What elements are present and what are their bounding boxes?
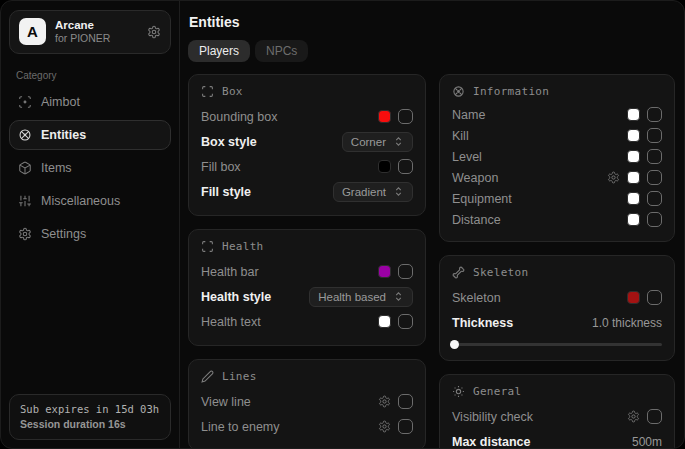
row-gear-icon[interactable] (607, 171, 620, 184)
row-label: View line (201, 395, 251, 409)
setting-row-weapon: Weapon (452, 167, 662, 188)
radar-icon (18, 128, 32, 142)
selector-icon (393, 291, 404, 302)
row-label: Fill style (201, 185, 251, 199)
card-title: General (473, 385, 521, 398)
dropdown-value: Health based (318, 291, 386, 303)
card-title: Health (222, 240, 264, 253)
checkbox[interactable] (647, 409, 662, 424)
skeleton-card: Skeleton Skeleton Thickness 1.0 thicknes… (439, 255, 675, 361)
checkbox[interactable] (398, 419, 413, 434)
color-swatch[interactable] (627, 150, 640, 163)
card-title: Skeleton (473, 266, 528, 279)
box-style-dropdown[interactable]: Corner (342, 132, 413, 152)
color-swatch[interactable] (627, 108, 640, 121)
row-label: Distance (452, 213, 501, 227)
checkbox[interactable] (398, 109, 413, 124)
setting-row-health-text: Health text (201, 309, 413, 334)
setting-row-distance: Distance (452, 209, 662, 230)
health-card: Health Health bar Health style Health ba… (188, 229, 426, 346)
lines-card: Lines View line Line to enemy (188, 359, 426, 449)
sidebar-item-entities[interactable]: Entities (9, 120, 171, 150)
app-subtitle: for PIONER (55, 32, 138, 45)
checkbox[interactable] (647, 170, 662, 185)
thickness-slider[interactable] (452, 339, 662, 349)
checkbox[interactable] (647, 290, 662, 305)
row-label: Equipment (452, 192, 512, 206)
setting-row-view-line: View line (201, 389, 413, 414)
gear-icon (18, 227, 32, 241)
row-label: Health style (201, 290, 271, 304)
slider-thumb[interactable] (450, 340, 459, 349)
fill-style-dropdown[interactable]: Gradient (333, 182, 413, 202)
checkbox[interactable] (398, 314, 413, 329)
setting-row-fill-style: Fill style Gradient (201, 179, 413, 204)
app-name: Arcane (55, 18, 138, 32)
row-label: Fill box (201, 160, 241, 174)
checkbox[interactable] (647, 149, 662, 164)
selector-icon (393, 136, 404, 147)
row-label: Thickness (452, 316, 513, 330)
health-style-dropdown[interactable]: Health based (309, 287, 413, 307)
setting-row-box-style: Box style Corner (201, 129, 413, 154)
checkbox[interactable] (647, 107, 662, 122)
color-swatch[interactable] (627, 192, 640, 205)
app-logo: A (19, 18, 46, 45)
sidebar-item-label: Miscellaneous (41, 194, 120, 208)
checkbox[interactable] (398, 159, 413, 174)
sidebar: A Arcane for PIONER Category Aimbot (1, 1, 180, 448)
sidebar-item-items[interactable]: Items (9, 153, 171, 183)
setting-row-skeleton: Skeleton (452, 285, 662, 310)
checkbox[interactable] (647, 191, 662, 206)
row-label: Visibility check (452, 410, 533, 424)
color-swatch[interactable] (627, 171, 640, 184)
app-window: A Arcane for PIONER Category Aimbot (0, 0, 685, 449)
checkbox[interactable] (647, 128, 662, 143)
subscription-card: Sub expires in 15d 03h Session duration … (9, 394, 171, 440)
sun-icon (452, 385, 465, 398)
row-label: Health text (201, 315, 261, 329)
setting-row-name: Name (452, 104, 662, 125)
sliders-icon (18, 194, 32, 208)
sidebar-item-aimbot[interactable]: Aimbot (9, 87, 171, 117)
setting-row-health-bar: Health bar (201, 259, 413, 284)
color-swatch[interactable] (378, 315, 391, 328)
tab-npcs[interactable]: NPCs (255, 40, 308, 62)
row-gear-icon[interactable] (378, 420, 391, 433)
color-swatch[interactable] (627, 213, 640, 226)
card-title: Information (473, 85, 549, 98)
row-label: Box style (201, 135, 257, 149)
setting-row-visibility-check: Visibility check (452, 404, 662, 429)
brand-gear-icon[interactable] (147, 25, 161, 39)
row-label: Level (452, 150, 482, 164)
package-icon (18, 161, 32, 175)
card-title: Box (222, 85, 243, 98)
color-swatch[interactable] (378, 110, 391, 123)
color-swatch[interactable] (627, 129, 640, 142)
tab-players[interactable]: Players (188, 40, 250, 62)
sidebar-item-label: Settings (41, 227, 86, 241)
row-label: Name (452, 108, 485, 122)
checkbox[interactable] (647, 212, 662, 227)
row-label: Health bar (201, 265, 259, 279)
row-gear-icon[interactable] (627, 410, 640, 423)
row-label: Kill (452, 129, 469, 143)
checkbox[interactable] (398, 394, 413, 409)
sidebar-item-settings[interactable]: Settings (9, 219, 171, 249)
color-swatch[interactable] (378, 265, 391, 278)
sub-expiry-text: Sub expires in 15d 03h (20, 403, 160, 415)
color-swatch[interactable] (378, 160, 391, 173)
category-label: Category (16, 70, 171, 81)
info-radar-icon (452, 85, 465, 98)
box-corners-icon (201, 85, 214, 98)
color-swatch[interactable] (627, 291, 640, 304)
sidebar-item-miscellaneous[interactable]: Miscellaneous (9, 186, 171, 216)
information-card: Information Name Kill (439, 74, 675, 242)
checkbox[interactable] (398, 264, 413, 279)
dropdown-value: Gradient (342, 186, 386, 198)
slider-track (452, 343, 662, 346)
page-title: Entities (189, 14, 675, 30)
row-gear-icon[interactable] (378, 395, 391, 408)
selector-icon (393, 186, 404, 197)
row-label: Weapon (452, 171, 498, 185)
